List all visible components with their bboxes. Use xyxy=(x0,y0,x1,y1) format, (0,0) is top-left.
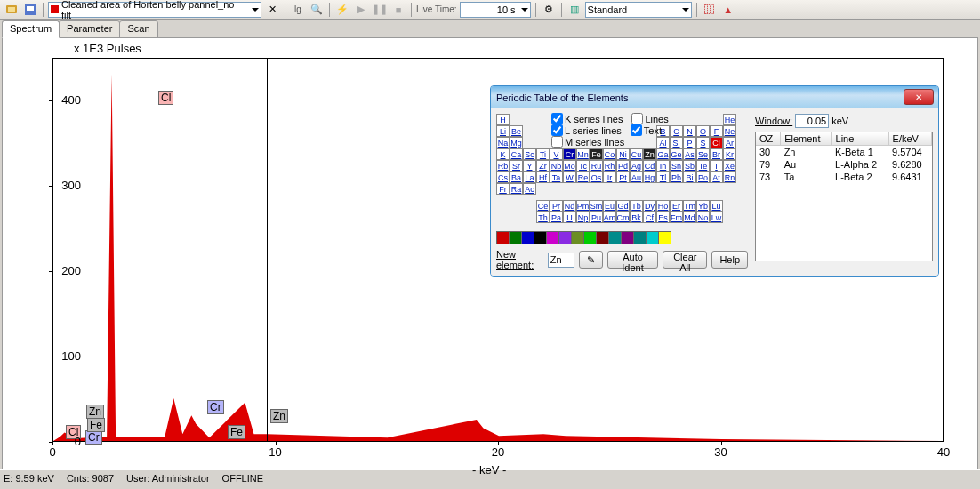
element-yb[interactable]: Yb xyxy=(696,200,710,212)
element-po[interactable]: Po xyxy=(696,172,710,183)
stop-icon[interactable]: ■ xyxy=(390,2,406,18)
element-cl[interactable]: Cl xyxy=(710,137,723,148)
gear-icon[interactable]: ⚙ xyxy=(541,2,557,18)
element-ne[interactable]: Ne xyxy=(723,125,736,137)
peak-label-cr[interactable]: Cr xyxy=(85,430,102,445)
help-button[interactable]: Help xyxy=(711,251,748,269)
element-kr[interactable]: Kr xyxy=(723,148,736,160)
mode-dropdown[interactable]: Standard xyxy=(585,2,692,18)
element-cm[interactable]: Cm xyxy=(616,212,630,223)
color-swatch[interactable] xyxy=(496,231,510,244)
element-cd[interactable]: Cd xyxy=(643,160,656,172)
element-pm[interactable]: Pm xyxy=(576,200,590,212)
lines-table[interactable]: OZElementLineE/keV30ZnK-Beta 19.570479Au… xyxy=(755,132,933,261)
element-pd[interactable]: Pd xyxy=(616,160,630,172)
element-nb[interactable]: Nb xyxy=(550,160,563,172)
pause-icon[interactable]: ❚❚ xyxy=(372,2,388,18)
element-he[interactable]: He xyxy=(723,114,736,125)
element-se[interactable]: Se xyxy=(696,148,710,160)
new-element-input[interactable] xyxy=(548,253,574,268)
element-u[interactable]: U xyxy=(563,212,576,223)
element-fr[interactable]: Fr xyxy=(496,183,510,195)
l-series-check[interactable]: L series lines xyxy=(551,124,622,136)
element-be[interactable]: Be xyxy=(510,125,523,137)
element-zr[interactable]: Zr xyxy=(536,160,550,172)
element-tm[interactable]: Tm xyxy=(683,200,696,212)
element-p[interactable]: P xyxy=(683,137,696,148)
element-ti[interactable]: Ti xyxy=(536,148,550,160)
color-swatch[interactable] xyxy=(509,231,522,244)
m-series-check[interactable]: M series lines xyxy=(551,136,624,148)
element-cr[interactable]: Cr xyxy=(563,148,576,160)
window-input[interactable] xyxy=(795,114,829,128)
zoom-icon[interactable]: 🔍 xyxy=(309,2,325,18)
element-y[interactable]: Y xyxy=(523,160,536,172)
element-bk[interactable]: Bk xyxy=(630,212,643,223)
element-sc[interactable]: Sc xyxy=(523,148,536,160)
color-swatch[interactable] xyxy=(621,231,634,244)
lightning-icon[interactable]: ⚡ xyxy=(334,2,350,18)
element-pr[interactable]: Pr xyxy=(550,200,563,212)
clear-all-button[interactable]: Clear All xyxy=(663,251,707,269)
element-si[interactable]: Si xyxy=(670,137,683,148)
color-swatch[interactable] xyxy=(546,231,559,244)
table-row[interactable]: 79AuL-Alpha 29.6280 xyxy=(756,158,932,171)
element-sm[interactable]: Sm xyxy=(590,200,603,212)
col-header[interactable]: Line xyxy=(831,132,888,146)
col-header[interactable]: E/keV xyxy=(888,132,931,146)
element-v[interactable]: V xyxy=(550,148,563,160)
peak-label-fe[interactable]: Fe xyxy=(228,425,245,439)
cursor-line[interactable] xyxy=(267,59,268,441)
element-lw[interactable]: Lw xyxy=(710,212,723,223)
element-tb[interactable]: Tb xyxy=(630,200,643,212)
element-co[interactable]: Co xyxy=(603,148,616,160)
element-ar[interactable]: Ar xyxy=(723,137,736,148)
chart-icon[interactable]: ⿲ xyxy=(702,2,718,18)
lines-check[interactable]: Lines xyxy=(631,113,668,124)
element-c[interactable]: C xyxy=(670,125,683,137)
peak-label-cr[interactable]: Cr xyxy=(207,400,224,414)
color-swatch[interactable] xyxy=(658,231,671,244)
element-gd[interactable]: Gd xyxy=(616,200,630,212)
element-k[interactable]: K xyxy=(496,148,510,160)
element-fm[interactable]: Fm xyxy=(670,212,683,223)
close-button[interactable]: ✕ xyxy=(904,89,934,105)
element-te[interactable]: Te xyxy=(696,160,710,172)
element-eu[interactable]: Eu xyxy=(603,200,616,212)
save-icon[interactable] xyxy=(22,2,38,18)
close-icon[interactable]: ✕ xyxy=(264,2,280,18)
tab-scan[interactable]: Scan xyxy=(119,20,157,38)
lg-button[interactable]: lg xyxy=(290,2,306,18)
open-icon[interactable] xyxy=(4,2,20,18)
element-s[interactable]: S xyxy=(696,137,710,148)
element-ir[interactable]: Ir xyxy=(603,172,616,183)
element-au[interactable]: Au xyxy=(630,172,643,183)
element-dy[interactable]: Dy xyxy=(643,200,656,212)
element-ag[interactable]: Ag xyxy=(630,160,643,172)
color-swatch[interactable] xyxy=(633,231,647,244)
element-ca[interactable]: Ca xyxy=(510,148,523,160)
k-series-check[interactable]: K series lines xyxy=(551,113,623,124)
table-row[interactable]: 30ZnK-Beta 19.5704 xyxy=(756,146,932,159)
spectrum-icon[interactable]: ▥ xyxy=(566,2,582,18)
element-tc[interactable]: Tc xyxy=(576,160,590,172)
col-header[interactable]: OZ xyxy=(756,132,781,146)
element-ce[interactable]: Ce xyxy=(536,200,550,212)
element-ni[interactable]: Ni xyxy=(616,148,630,160)
element-er[interactable]: Er xyxy=(670,200,683,212)
element-n[interactable]: N xyxy=(683,125,696,137)
element-sr[interactable]: Sr xyxy=(510,160,523,172)
color-swatch[interactable] xyxy=(558,231,572,244)
element-re[interactable]: Re xyxy=(576,172,590,183)
element-br[interactable]: Br xyxy=(710,148,723,160)
element-rb[interactable]: Rb xyxy=(496,160,510,172)
element-np[interactable]: Np xyxy=(576,212,590,223)
tab-parameter[interactable]: Parameter xyxy=(59,20,120,38)
color-swatch[interactable] xyxy=(646,231,659,244)
color-swatch[interactable] xyxy=(583,231,597,244)
element-fe[interactable]: Fe xyxy=(590,148,603,160)
element-o[interactable]: O xyxy=(696,125,710,137)
element-cf[interactable]: Cf xyxy=(643,212,656,223)
element-zn[interactable]: Zn xyxy=(643,148,656,160)
element-mn[interactable]: Mn xyxy=(576,148,590,160)
